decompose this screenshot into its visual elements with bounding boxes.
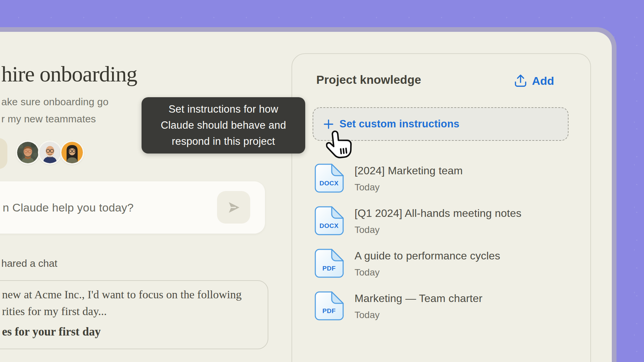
- file-date: Today: [355, 225, 380, 235]
- tooltip-line1: Set instructions for how: [168, 101, 278, 117]
- file-name: [Q1 2024] All-hands meeting notes: [355, 207, 522, 220]
- project-description-line2: r my new teammates: [1, 113, 96, 125]
- add-knowledge-button[interactable]: Add: [514, 73, 554, 88]
- avatar-bald-man: [38, 140, 62, 165]
- file-name: A guide to performance cycles: [355, 250, 500, 262]
- docx-file-icon: DOCX: [314, 163, 344, 193]
- file-name: [2024] Marketing team: [355, 165, 463, 177]
- send-button[interactable]: [217, 191, 250, 224]
- avatar-bearded-man: [16, 140, 40, 165]
- tooltip-line3: respond in this project: [172, 133, 275, 149]
- plus-icon: [323, 119, 334, 129]
- file-name: Marketing — Team charter: [355, 292, 482, 305]
- shared-chat-quote-line2: rities for my first day...: [2, 305, 107, 318]
- shared-chat-label: hared a chat: [1, 258, 57, 269]
- svg-text:PDF: PDF: [322, 307, 336, 314]
- hand-pointer-cursor: [324, 127, 355, 163]
- custom-instructions-tooltip: Set instructions for how Claude should b…: [142, 97, 305, 154]
- docx-file-icon: DOCX: [314, 206, 344, 236]
- claude-project-page: hire onboarding ake sure onboarding go r…: [0, 0, 644, 362]
- knowledge-file-row[interactable]: PDF Marketing — Team charter Today: [314, 291, 569, 328]
- shared-chat-quote-heading: es for your first day: [2, 325, 101, 339]
- shared-chat-quote-line1: new at Acme Inc., I'd want to focus on t…: [2, 288, 241, 301]
- pdf-file-icon: PDF: [314, 291, 344, 321]
- svg-text:DOCX: DOCX: [320, 222, 339, 229]
- project-knowledge-title: Project knowledge: [316, 73, 421, 86]
- knowledge-file-row[interactable]: DOCX [2024] Marketing team Today: [314, 163, 569, 200]
- project-title: hire onboarding: [1, 61, 137, 87]
- upload-icon: [514, 73, 527, 88]
- send-icon: [226, 200, 241, 215]
- file-date: Today: [355, 267, 380, 278]
- pdf-file-icon: PDF: [314, 248, 344, 278]
- add-button-label: Add: [532, 74, 554, 87]
- svg-text:PDF: PDF: [322, 265, 336, 272]
- file-date: Today: [355, 182, 380, 193]
- chat-input-placeholder: n Claude help you today?: [3, 201, 133, 214]
- set-custom-instructions-label: Set custom instructions: [339, 118, 460, 130]
- project-description-line1: ake sure onboarding go: [1, 96, 109, 108]
- file-date: Today: [355, 310, 380, 320]
- tooltip-line2: Claude should behave and: [161, 117, 286, 133]
- knowledge-file-row[interactable]: DOCX [Q1 2024] All-hands meeting notes T…: [314, 206, 569, 243]
- knowledge-file-row[interactable]: PDF A guide to performance cycles Today: [314, 248, 569, 285]
- project-icon-button[interactable]: [0, 138, 7, 169]
- avatar-woman-glasses: [60, 140, 84, 165]
- svg-text:DOCX: DOCX: [320, 180, 339, 187]
